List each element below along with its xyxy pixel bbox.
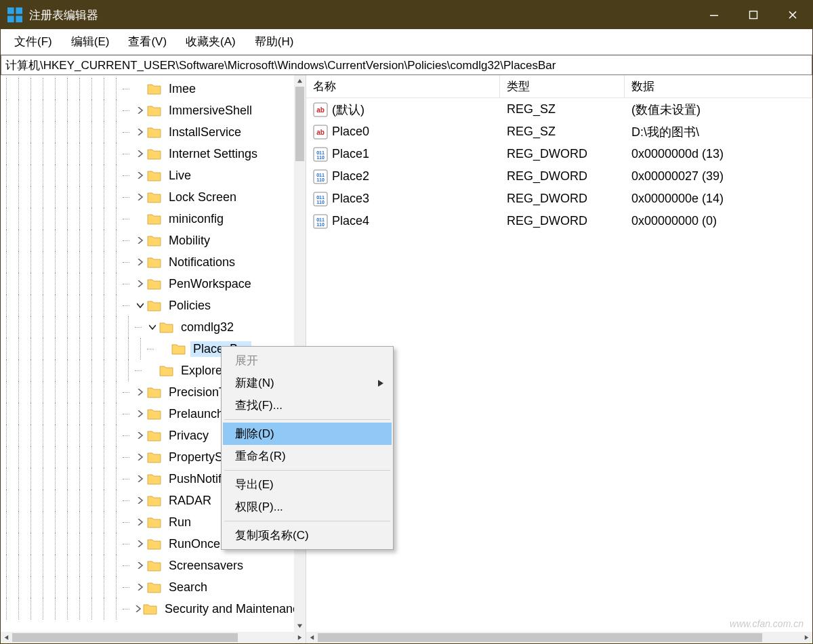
context-menu-item[interactable]: 重命名(R) bbox=[223, 445, 392, 467]
scroll-down-button[interactable] bbox=[294, 620, 306, 632]
tree-item[interactable]: Policies bbox=[1, 295, 294, 316]
list-row[interactable]: (默认)REG_SZ(数值未设置) bbox=[306, 98, 812, 121]
tree-item[interactable]: comdlg32 bbox=[1, 316, 294, 338]
chevron-right-icon[interactable] bbox=[135, 192, 146, 202]
tree-item[interactable]: Security and Maintenance bbox=[1, 598, 294, 620]
value-type: REG_SZ bbox=[500, 98, 625, 121]
list-row[interactable]: Place2REG_DWORD0x00000027 (39) bbox=[306, 165, 812, 188]
chevron-right-icon[interactable] bbox=[135, 538, 146, 549]
tree-item-label: miniconfig bbox=[166, 211, 226, 227]
chevron-right-icon[interactable] bbox=[135, 148, 146, 159]
context-menu-item[interactable]: 删除(D) bbox=[223, 423, 392, 445]
tree-item[interactable]: Screensavers bbox=[1, 555, 294, 576]
menu-view[interactable]: 查看(V) bbox=[119, 30, 176, 53]
chevron-right-icon[interactable] bbox=[135, 517, 146, 528]
folder-icon bbox=[147, 126, 162, 138]
list-horizontal-scrollbar[interactable] bbox=[306, 632, 812, 643]
chevron-right-icon[interactable] bbox=[135, 257, 146, 267]
tree-item[interactable]: Notifications bbox=[1, 251, 294, 273]
col-header-type[interactable]: 类型 bbox=[500, 75, 625, 98]
chevron-right-icon[interactable] bbox=[135, 170, 146, 181]
chevron-right-icon[interactable] bbox=[135, 408, 146, 419]
regedit-icon bbox=[7, 7, 22, 22]
col-header-name[interactable]: 名称 bbox=[306, 75, 500, 98]
chevron-right-icon[interactable] bbox=[135, 582, 146, 593]
tree-item[interactable]: PenWorkspace bbox=[1, 273, 294, 295]
list-header: 名称 类型 数据 bbox=[306, 75, 812, 98]
tree-item[interactable]: ImmersiveShell bbox=[1, 100, 294, 121]
window-title: 注册表编辑器 bbox=[29, 7, 98, 23]
chevron-right-icon[interactable] bbox=[135, 430, 146, 441]
submenu-arrow-icon bbox=[378, 377, 383, 390]
list-row[interactable]: Place4REG_DWORD0x00000000 (0) bbox=[306, 210, 812, 232]
scroll-left-button[interactable] bbox=[306, 632, 318, 643]
tree-item[interactable]: Imee bbox=[1, 78, 294, 100]
tree-item[interactable]: Mobility bbox=[1, 230, 294, 251]
tree-item[interactable]: miniconfig bbox=[1, 208, 294, 230]
folder-icon bbox=[147, 234, 162, 246]
folder-icon bbox=[143, 603, 158, 615]
context-menu-item[interactable]: 新建(N) bbox=[223, 372, 392, 394]
folder-icon bbox=[147, 516, 162, 528]
chevron-right-icon[interactable] bbox=[135, 127, 146, 137]
value-data: D:\我的图书\ bbox=[625, 121, 812, 143]
tree-item[interactable]: Lock Screen bbox=[1, 186, 294, 208]
tree-horizontal-scrollbar[interactable] bbox=[1, 632, 306, 643]
context-menu-item[interactable]: 导出(E) bbox=[223, 473, 392, 496]
tree-item[interactable]: Internet Settings bbox=[1, 143, 294, 165]
folder-icon bbox=[147, 148, 162, 160]
chevron-right-icon[interactable] bbox=[135, 452, 146, 463]
chevron-right-icon[interactable] bbox=[135, 560, 146, 571]
address-bar[interactable]: 计算机\HKEY_CURRENT_USER\Software\Microsoft… bbox=[1, 55, 812, 75]
window: 注册表编辑器 文件(F) 编辑(E) 查看(V) 收藏夹(A) 帮助(H) 计算… bbox=[0, 0, 813, 644]
list-row[interactable]: Place1REG_DWORD0x0000000d (13) bbox=[306, 143, 812, 165]
context-menu-label: 查找(F)... bbox=[235, 398, 283, 413]
menu-help[interactable]: 帮助(H) bbox=[245, 30, 304, 53]
chevron-down-icon[interactable] bbox=[135, 300, 146, 311]
tree-item[interactable]: Search bbox=[1, 576, 294, 598]
folder-icon bbox=[147, 451, 162, 463]
titlebar[interactable]: 注册表编辑器 bbox=[1, 1, 812, 29]
maximize-button[interactable] bbox=[734, 1, 773, 29]
chevron-right-icon[interactable] bbox=[135, 603, 142, 614]
chevron-down-icon[interactable] bbox=[147, 322, 158, 332]
chevron-right-icon[interactable] bbox=[135, 235, 146, 246]
scroll-right-button[interactable] bbox=[294, 632, 306, 643]
scroll-thumb[interactable] bbox=[12, 633, 238, 642]
menu-file[interactable]: 文件(F) bbox=[5, 30, 62, 53]
context-menu-item[interactable]: 权限(P)... bbox=[223, 496, 392, 518]
svg-rect-5 bbox=[750, 12, 757, 19]
chevron-right-icon[interactable] bbox=[135, 278, 146, 289]
chevron-right-icon[interactable] bbox=[135, 473, 146, 484]
tree-item-label: RADAR bbox=[166, 493, 214, 509]
value-data: (数值未设置) bbox=[625, 98, 812, 121]
menu-separator bbox=[224, 470, 390, 471]
list-row[interactable]: Place3REG_DWORD0x0000000e (14) bbox=[306, 188, 812, 210]
scroll-right-button[interactable] bbox=[801, 632, 812, 643]
tree-item-label: RunOnce bbox=[166, 536, 223, 552]
scroll-thumb[interactable] bbox=[318, 633, 762, 642]
context-menu-label: 删除(D) bbox=[235, 426, 274, 442]
value-name: Place2 bbox=[332, 169, 369, 184]
chevron-right-icon[interactable] bbox=[135, 105, 146, 116]
context-menu-item[interactable]: 复制项名称(C) bbox=[223, 524, 392, 546]
scroll-left-button[interactable] bbox=[1, 632, 12, 643]
context-menu-label: 复制项名称(C) bbox=[235, 528, 309, 543]
tree-item-label: PenWorkspace bbox=[166, 276, 254, 292]
scroll-up-button[interactable] bbox=[294, 75, 306, 87]
chevron-right-icon[interactable] bbox=[135, 495, 146, 506]
col-header-data[interactable]: 数据 bbox=[625, 75, 812, 98]
chevron-right-icon[interactable] bbox=[135, 387, 146, 398]
context-menu-item[interactable]: 查找(F)... bbox=[223, 394, 392, 416]
scroll-thumb[interactable] bbox=[295, 87, 304, 161]
tree-item[interactable]: InstallService bbox=[1, 121, 294, 143]
list-row[interactable]: Place0REG_SZD:\我的图书\ bbox=[306, 121, 812, 143]
minimize-button[interactable] bbox=[694, 1, 734, 29]
value-name: Place3 bbox=[332, 192, 369, 206]
close-button[interactable] bbox=[773, 1, 812, 29]
tree-item[interactable]: Live bbox=[1, 165, 294, 186]
menu-fav[interactable]: 收藏夹(A) bbox=[176, 30, 245, 53]
folder-icon bbox=[147, 581, 162, 593]
menu-edit[interactable]: 编辑(E) bbox=[62, 30, 119, 53]
folder-icon bbox=[147, 256, 162, 268]
